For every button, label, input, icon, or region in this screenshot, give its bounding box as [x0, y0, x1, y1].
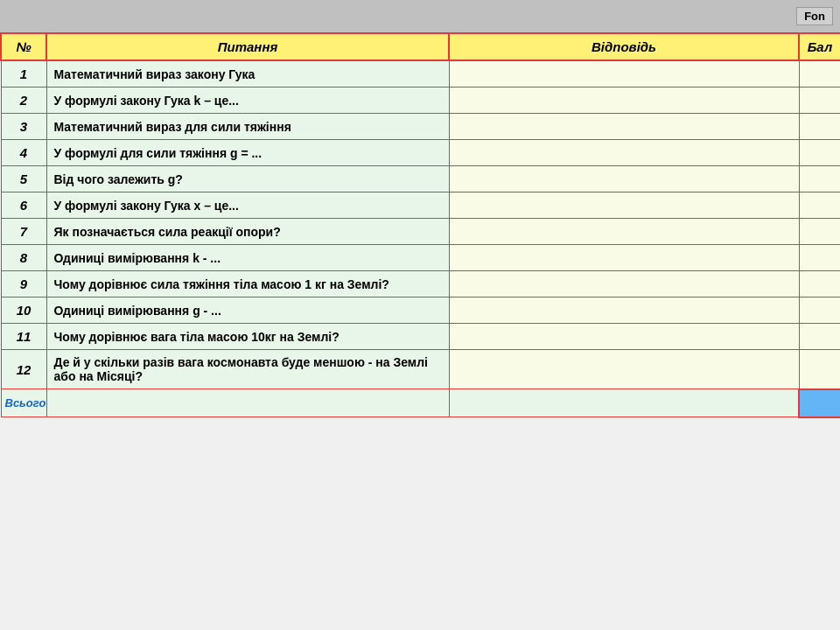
row-question: Чому дорівнює сила тяжіння тіла масою 1 …: [46, 271, 449, 298]
row-answer[interactable]: [449, 219, 799, 245]
row-score[interactable]: [799, 271, 840, 298]
table-row: 6У формулі закону Гука x – це...: [1, 192, 840, 219]
table-row: 9Чому дорівнює сила тяжіння тіла масою 1…: [1, 271, 840, 298]
header-question: Питання: [46, 33, 449, 60]
row-answer[interactable]: [449, 324, 799, 350]
row-question: Одиниці вимірювання g - ...: [46, 298, 449, 324]
row-number: 2: [1, 88, 46, 114]
row-answer[interactable]: [449, 271, 799, 298]
table-row: 1Математичний вираз закону Гука: [1, 60, 840, 88]
row-question: У формулі для сили тяжіння g = ...: [46, 140, 449, 166]
row-score[interactable]: [799, 298, 840, 324]
footer-total-score[interactable]: [799, 389, 840, 417]
row-question: Математичний вираз закону Гука: [46, 60, 449, 88]
footer-empty-question: [46, 389, 449, 417]
row-answer[interactable]: [449, 60, 799, 88]
row-question: У формулі закону Гука k – це...: [46, 88, 449, 114]
table-row: 4У формулі для сили тяжіння g = ...: [1, 140, 840, 166]
table-container: № Питання Відповідь Бал 1Математичний ви…: [0, 32, 840, 418]
row-score[interactable]: [799, 166, 840, 192]
table-row: 3Математичний вираз для сили тяжіння: [1, 114, 840, 140]
table-row: 2У формулі закону Гука k – це...: [1, 88, 840, 114]
table-row: 11Чому дорівнює вага тіла масою 10кг на …: [1, 324, 840, 350]
footer-empty-answer: [449, 389, 799, 417]
row-number: 4: [1, 140, 46, 166]
row-score[interactable]: [799, 88, 840, 114]
header-answer: Відповідь: [449, 33, 799, 60]
row-score[interactable]: [799, 140, 840, 166]
table-row: 7Як позначається сила реакції опори?: [1, 219, 840, 245]
row-score[interactable]: [799, 245, 840, 271]
row-answer[interactable]: [449, 192, 799, 219]
row-number: 3: [1, 114, 46, 140]
row-answer[interactable]: [449, 298, 799, 324]
table-row: 10Одиниці вимірювання g - ...: [1, 298, 840, 324]
row-number: 1: [1, 60, 46, 88]
row-question: Чому дорівнює вага тіла масою 10кг на Зе…: [46, 324, 449, 350]
row-score[interactable]: [799, 219, 840, 245]
header-num: №: [1, 33, 46, 60]
table-row: 8Одиниці вимірювання k - ...: [1, 245, 840, 271]
row-answer[interactable]: [449, 114, 799, 140]
quiz-table: № Питання Відповідь Бал 1Математичний ви…: [0, 32, 840, 418]
header-score: Бал: [799, 33, 840, 60]
row-answer[interactable]: [449, 166, 799, 192]
footer-row: Всього: [1, 389, 840, 417]
row-score[interactable]: [799, 324, 840, 350]
row-number: 10: [1, 298, 46, 324]
row-score[interactable]: [799, 114, 840, 140]
row-score[interactable]: [799, 350, 840, 389]
row-score[interactable]: [799, 60, 840, 88]
row-question: Математичний вираз для сили тяжіння: [46, 114, 449, 140]
row-answer[interactable]: [449, 350, 799, 389]
row-score[interactable]: [799, 192, 840, 219]
font-button[interactable]: Fon: [796, 7, 833, 25]
row-number: 8: [1, 245, 46, 271]
row-answer[interactable]: [449, 88, 799, 114]
table-row: 12Де й у скільки разів вага космонавта б…: [1, 350, 840, 389]
row-number: 12: [1, 350, 46, 389]
top-bar: Fon: [0, 0, 840, 32]
row-answer[interactable]: [449, 245, 799, 271]
footer-label: Всього: [1, 389, 46, 417]
row-number: 5: [1, 166, 46, 192]
row-question: Де й у скільки разів вага космонавта буд…: [46, 350, 449, 389]
row-number: 11: [1, 324, 46, 350]
row-number: 6: [1, 192, 46, 219]
row-question: Від чого залежить g?: [46, 166, 449, 192]
table-row: 5Від чого залежить g?: [1, 166, 840, 192]
row-answer[interactable]: [449, 140, 799, 166]
row-question: У формулі закону Гука x – це...: [46, 192, 449, 219]
row-question: Як позначається сила реакції опори?: [46, 219, 449, 245]
row-number: 7: [1, 219, 46, 245]
table-header-row: № Питання Відповідь Бал: [1, 33, 840, 60]
row-number: 9: [1, 271, 46, 298]
row-question: Одиниці вимірювання k - ...: [46, 245, 449, 271]
